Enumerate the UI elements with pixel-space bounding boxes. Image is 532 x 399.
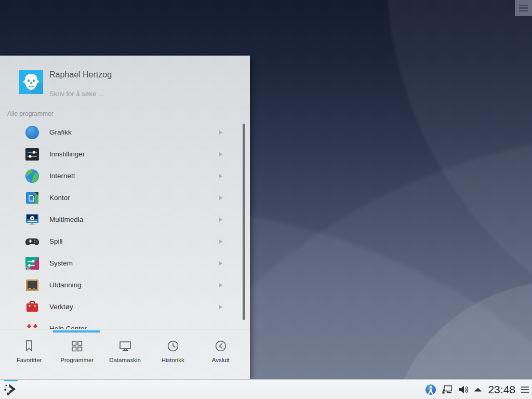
category-item-grafikk[interactable]: Grafikk [0, 122, 250, 143]
help-center-icon [24, 321, 40, 329]
chevron-right-icon [219, 240, 222, 244]
hamburger-icon [521, 385, 529, 394]
clock-icon [166, 339, 180, 353]
grid-icon [70, 339, 84, 353]
desktop-toolbox-button[interactable] [515, 0, 532, 16]
digital-clock[interactable]: 23:48 [487, 383, 516, 396]
list-scrollbar[interactable] [243, 124, 245, 320]
tab-label: Datamaskin [109, 357, 141, 363]
chevron-right-icon [219, 174, 222, 178]
category-label: Utdanning [49, 281, 82, 289]
tab-favoritter[interactable]: Favoritter [5, 329, 53, 379]
bookmark-icon [22, 339, 36, 353]
volume-icon[interactable] [458, 384, 469, 395]
tab-historikk[interactable]: Historikk [149, 329, 197, 379]
category-label: System [49, 259, 73, 267]
category-item-system[interactable]: System [0, 252, 250, 274]
active-tab-indicator [53, 330, 100, 332]
active-launcher-indicator [4, 380, 18, 381]
media-player-icon [24, 212, 40, 228]
chevron-right-icon [219, 218, 222, 222]
system-sliders-icon [24, 256, 40, 271]
globe-icon [24, 168, 40, 184]
application-launcher-button[interactable] [1, 380, 21, 399]
category-label: Verktøy [49, 303, 73, 311]
user-name: Raphael Hertzog [49, 70, 112, 79]
chalkboard-icon [24, 277, 40, 293]
hamburger-icon [519, 4, 528, 12]
launcher-header: Raphael Hertzog Skriv for å søke ... [0, 56, 250, 108]
system-tray: 23:48 [425, 380, 529, 399]
tab-avslutt[interactable]: Avslutt [197, 329, 245, 379]
taskbar-panel: 23:48 [0, 379, 532, 399]
network-wired-icon[interactable] [441, 384, 453, 395]
user-avatar[interactable] [19, 70, 43, 94]
panel-overflow-button[interactable] [521, 385, 529, 394]
category-label: Spill [49, 237, 63, 245]
category-item-utdanning[interactable]: Utdanning [0, 274, 250, 296]
chevron-right-icon [219, 261, 222, 265]
tab-programmer[interactable]: Programmer [53, 329, 101, 379]
category-label: Innstillinger [49, 150, 85, 158]
settings-sliders-icon [24, 147, 40, 162]
category-label: Kontor [49, 194, 70, 202]
search-input[interactable]: Skriv for å søke ... [49, 90, 104, 98]
kicker-launcher-icon [4, 383, 18, 396]
category-item-innstillinger[interactable]: Innstillinger [0, 143, 250, 165]
category-item-kontor[interactable]: Kontor [0, 187, 250, 209]
category-item-multimedia[interactable]: Multimedia [0, 209, 250, 231]
tab-label: Programmer [60, 357, 94, 363]
section-label: Alle programmer [7, 110, 54, 117]
category-label: Multimedia [49, 216, 83, 223]
category-list: Grafikk Innstillinger [0, 122, 250, 329]
chevron-right-icon [219, 283, 222, 287]
category-label: Internett [49, 172, 75, 180]
category-item-spill[interactable]: Spill [0, 231, 250, 252]
expand-up-arrow-icon[interactable] [474, 387, 482, 392]
category-item-help-center[interactable]: Help Center [0, 318, 250, 329]
tab-label: Avslutt [212, 357, 230, 363]
chevron-right-icon [219, 130, 222, 135]
monitor-icon [118, 339, 132, 353]
leave-icon [214, 339, 228, 353]
application-launcher-menu: Raphael Hertzog Skriv for å søke ... All… [0, 56, 250, 379]
office-document-icon [24, 190, 40, 206]
category-item-verktoy[interactable]: Verktøy [0, 296, 250, 318]
toolbox-icon [24, 299, 40, 315]
gamepad-icon [24, 234, 40, 249]
chevron-right-icon [219, 196, 222, 200]
category-item-internett[interactable]: Internett [0, 165, 250, 187]
tab-label: Historikk [162, 357, 184, 363]
accessibility-icon[interactable] [425, 384, 436, 395]
launcher-tabbar: Favoritter Programmer [0, 329, 250, 379]
graphics-ball-icon [24, 125, 40, 140]
category-label: Grafikk [49, 128, 72, 136]
tab-datamaskin[interactable]: Datamaskin [101, 329, 149, 379]
tab-label: Favoritter [17, 357, 42, 363]
chevron-right-icon [219, 152, 222, 156]
chevron-right-icon [219, 305, 222, 309]
